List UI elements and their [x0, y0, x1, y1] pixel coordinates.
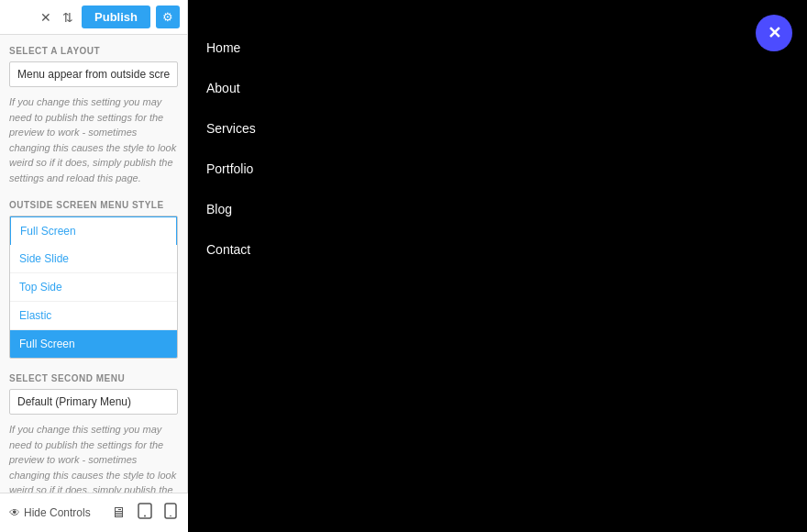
svg-point-3 [170, 515, 171, 517]
svg-point-1 [144, 515, 146, 517]
menu-style-option-elastic[interactable]: Elastic [10, 302, 177, 330]
menu-style-label: OUTSIDE SCREEN MENU STYLE [9, 200, 178, 210]
panel-content: SELECT A LAYOUT Menu appear from outside… [0, 35, 187, 532]
right-panel: Home About Services Portfolio Blog Conta… [188, 0, 807, 532]
layout-help-text: If you change this setting you may need … [9, 94, 178, 185]
layout-section-label: SELECT A LAYOUT [9, 46, 178, 56]
sort-icon: ⇅ [62, 10, 73, 25]
preview-menu-item-about[interactable]: About [206, 68, 807, 108]
preview-menu-item-services[interactable]: Services [206, 108, 807, 149]
menu-style-option-fullscreen-bottom[interactable]: Full Screen [10, 330, 177, 358]
second-menu-select[interactable]: Default (Primary Menu) [9, 389, 178, 415]
menu-style-option-fullscreen-top[interactable]: Full Screen [10, 216, 177, 245]
preview-menu-item-blog[interactable]: Blog [206, 189, 807, 229]
preview-close-button[interactable]: ✕ [756, 15, 792, 51]
menu-style-option-topside[interactable]: Top Side [10, 273, 177, 302]
preview-menu-item-contact[interactable]: Contact [206, 229, 807, 270]
toolbar: ✕ ⇅ Publish ⚙ [0, 0, 187, 35]
menu-style-option-sideslide[interactable]: Side Slide [10, 245, 177, 273]
hide-controls-button[interactable]: 👁 Hide Controls [9, 506, 91, 519]
mobile-view-button[interactable] [162, 501, 179, 525]
footer-bar: 👁 Hide Controls 🖥 [0, 493, 188, 532]
desktop-icon: 🖥 [111, 504, 126, 520]
hide-controls-label: Hide Controls [24, 506, 91, 519]
tablet-view-button[interactable] [135, 501, 155, 525]
desktop-view-button[interactable]: 🖥 [109, 501, 127, 525]
eye-icon: 👁 [9, 506, 20, 519]
mobile-icon [164, 503, 177, 519]
close-x-icon: ✕ [768, 23, 781, 43]
left-panel: ✕ ⇅ Publish ⚙ SELECT A LAYOUT Menu appea… [0, 0, 188, 532]
preview-menu: Home About Services Portfolio Blog Conta… [188, 0, 807, 270]
sort-icon-btn[interactable]: ⇅ [60, 7, 76, 28]
second-menu-label: SELECT SECOND MENU [9, 373, 178, 383]
gear-icon: ⚙ [162, 10, 173, 24]
layout-select[interactable]: Menu appear from outside screen [9, 61, 178, 87]
preview-menu-item-home[interactable]: Home [206, 28, 807, 68]
settings-button[interactable]: ⚙ [156, 6, 180, 28]
preview-menu-item-portfolio[interactable]: Portfolio [206, 149, 807, 189]
menu-style-list: Full Screen Side Slide Top Side Elastic … [9, 216, 178, 359]
publish-button[interactable]: Publish [82, 6, 150, 28]
close-icon-btn[interactable]: ✕ [38, 7, 54, 28]
tablet-icon [137, 503, 153, 519]
close-icon: ✕ [40, 10, 51, 25]
footer-icons: 🖥 [109, 501, 179, 525]
